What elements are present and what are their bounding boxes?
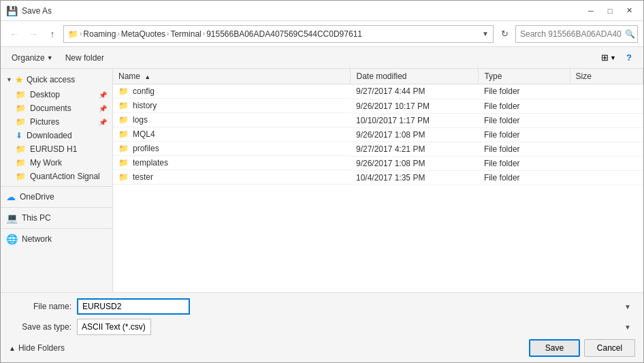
savetype-select-wrapper: ASCII Text (*.csv) ▼ [77, 319, 635, 335]
sort-arrow-icon: ▲ [144, 74, 150, 80]
savetype-row: Save as type: ASCII Text (*.csv) ▼ [9, 319, 635, 335]
breadcrumb-bar[interactable]: 📁 › Roaming › MetaQuotes › Terminal › 91… [63, 25, 494, 43]
col-header-name[interactable]: Name ▲ [113, 69, 351, 84]
sidebar-item-onedrive[interactable]: ☁ OneDrive [1, 189, 112, 204]
table-row[interactable]: 📁MQL4 9/26/2017 1:08 PM File folder [113, 127, 643, 142]
hide-folders-label: Hide Folders [18, 343, 65, 353]
folder-icon-mql4: 📁 [118, 129, 129, 139]
sidebar-item-thispc[interactable]: 💻 This PC [1, 210, 112, 225]
search-input[interactable] [520, 29, 622, 39]
sidebar-divider-3 [1, 228, 112, 229]
sidebar-item-network[interactable]: 🌐 Network [1, 232, 112, 247]
sidebar: ▼ ★ Quick access 📁 Desktop 📌 📁 Documents… [1, 69, 113, 292]
sidebar-item-eurusd[interactable]: 📁 EURUSD H1 [1, 142, 112, 156]
view-button[interactable]: ⊞ ▼ [598, 50, 619, 65]
close-button[interactable]: ✕ [620, 4, 638, 18]
network-icon: 🌐 [6, 234, 18, 244]
view-icon: ⊞ [601, 52, 609, 63]
sidebar-divider-2 [1, 207, 112, 208]
bottom-buttons: ▲ Hide Folders Save Cancel [9, 339, 635, 357]
download-folder-icon: ⬇ [16, 131, 22, 140]
title-bar: 💾 Save As ─ □ ✕ [1, 1, 643, 21]
main-area: ▼ ★ Quick access 📁 Desktop 📌 📁 Documents… [1, 69, 643, 292]
table-row[interactable]: 📁templates 9/26/2017 1:08 PM File folder [113, 156, 643, 170]
col-header-date[interactable]: Date modified [351, 69, 479, 84]
filename-input-wrapper: ▼ [77, 298, 635, 315]
quick-access-header[interactable]: ▼ ★ Quick access [1, 72, 112, 88]
bottom-form-area: File name: ▼ Save as type: ASCII Text (*… [1, 292, 643, 362]
hide-folders-button[interactable]: ▲ Hide Folders [9, 343, 65, 353]
search-box[interactable]: 🔍 [515, 25, 638, 43]
breadcrumb-roaming[interactable]: Roaming [83, 29, 116, 39]
table-row[interactable]: 📁history 9/26/2017 10:17 PM File folder [113, 99, 643, 113]
sidebar-divider-1 [1, 186, 112, 187]
col-header-size[interactable]: Size [570, 69, 643, 84]
quantaction-folder-icon: 📁 [16, 172, 26, 181]
organize-dropdown-icon: ▼ [47, 54, 53, 61]
forward-button[interactable]: → [25, 26, 42, 42]
table-row[interactable]: 📁tester 10/4/2017 1:35 PM File folder [113, 170, 643, 185]
folder-icon-history: 📁 [118, 101, 129, 110]
savetype-label: Save as type: [9, 322, 77, 332]
breadcrumb-item-1[interactable]: 📁 [68, 29, 78, 39]
breadcrumb-metaquotes[interactable]: MetaQuotes [121, 29, 165, 39]
sidebar-item-pictures[interactable]: 📁 Pictures 📌 [1, 115, 112, 129]
sidebar-item-mywork[interactable]: 📁 My Work [1, 156, 112, 170]
mywork-label: My Work [30, 158, 62, 168]
pictures-folder-icon: 📁 [16, 117, 26, 127]
minimize-button[interactable]: ─ [582, 4, 600, 18]
eurusd-folder-icon: 📁 [16, 144, 26, 154]
documents-folder-icon: 📁 [16, 104, 26, 113]
breadcrumb-terminal[interactable]: Terminal [170, 29, 201, 39]
navigation-toolbar: ← → ↑ 📁 › Roaming › MetaQuotes › Termina… [1, 21, 643, 47]
window-icon: 💾 [6, 5, 18, 16]
breadcrumb-sep-2: › [117, 30, 119, 37]
breadcrumb-folder-id[interactable]: 915566BA06ADA407569C544CC0D97611 [206, 29, 362, 39]
sidebar-item-documents[interactable]: 📁 Documents 📌 [1, 101, 112, 115]
col-header-type[interactable]: Type [479, 69, 570, 84]
sidebar-item-desktop[interactable]: 📁 Desktop 📌 [1, 88, 112, 101]
file-list-header: Name ▲ Date modified Type Size [113, 69, 643, 84]
breadcrumb-dropdown-arrow[interactable]: ▼ [482, 30, 489, 37]
network-label: Network [22, 234, 52, 244]
folder-icon-logs: 📁 [118, 115, 129, 125]
title-bar-controls: ─ □ ✕ [582, 4, 638, 18]
sidebar-item-quantaction[interactable]: 📁 QuantAction Signal [1, 170, 112, 183]
chevron-down-icon: ▼ [6, 76, 12, 83]
filename-row: File name: ▼ [9, 298, 635, 315]
thispc-icon: 💻 [6, 212, 18, 223]
dialog-buttons: Save Cancel [529, 339, 635, 357]
pin-icon-pictures: 📌 [99, 119, 107, 126]
organize-button[interactable]: Organize ▼ [7, 50, 57, 65]
table-row[interactable]: 📁config 9/27/2017 4:44 PM File folder [113, 84, 643, 99]
breadcrumb-sep-4: › [203, 30, 205, 37]
breadcrumb-sep-1: › [80, 30, 82, 37]
save-button[interactable]: Save [529, 339, 580, 357]
savetype-dropdown-icon: ▼ [624, 323, 631, 331]
search-icon: 🔍 [625, 29, 635, 39]
quick-access-label: Quick access [27, 75, 75, 84]
filename-dropdown-icon[interactable]: ▼ [624, 303, 631, 311]
up-button[interactable]: ↑ [44, 26, 61, 42]
refresh-button[interactable]: ↻ [496, 25, 513, 43]
file-list-table: Name ▲ Date modified Type Size [113, 69, 643, 185]
window-title: Save As [22, 6, 52, 16]
new-folder-button[interactable]: New folder [61, 50, 108, 65]
cancel-button[interactable]: Cancel [584, 339, 635, 357]
sidebar-item-downloaded[interactable]: ⬇ Downloaded [1, 129, 112, 142]
table-row[interactable]: 📁profiles 9/27/2017 4:21 PM File folder [113, 142, 643, 156]
star-icon: ★ [15, 74, 24, 85]
pin-icon-desktop: 📌 [99, 91, 107, 99]
view-dropdown-icon: ▼ [610, 54, 616, 61]
file-content-area: Name ▲ Date modified Type Size [113, 69, 643, 292]
second-toolbar: Organize ▼ New folder ⊞ ▼ ? [1, 47, 643, 69]
table-row[interactable]: 📁logs 10/10/2017 1:17 PM File folder [113, 113, 643, 127]
filename-input[interactable] [77, 298, 190, 315]
help-button[interactable]: ? [622, 50, 637, 65]
folder-icon-config: 📁 [118, 86, 129, 96]
filename-label: File name: [9, 302, 77, 311]
maximize-button[interactable]: □ [601, 4, 619, 18]
eurusd-label: EURUSD H1 [30, 144, 77, 154]
savetype-select[interactable]: ASCII Text (*.csv) [77, 319, 151, 335]
back-button[interactable]: ← [6, 26, 22, 42]
